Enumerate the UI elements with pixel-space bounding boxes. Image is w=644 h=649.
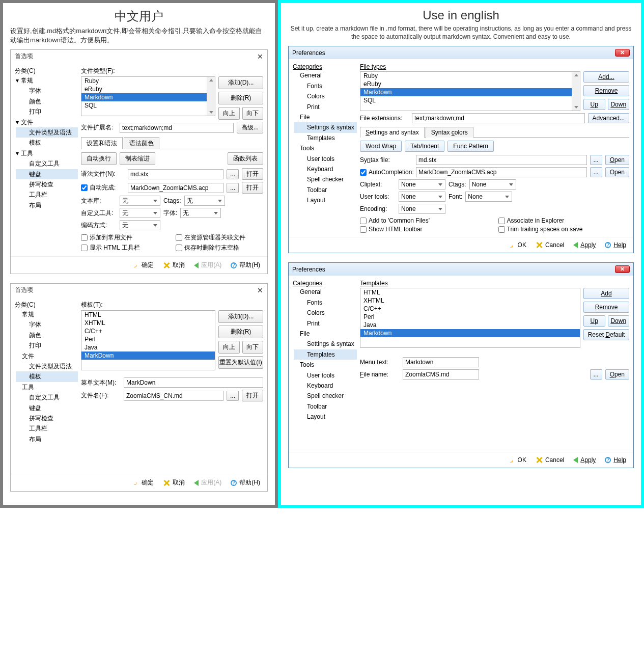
- menu-text-input[interactable]: [124, 377, 263, 388]
- ck-html-toolbar[interactable]: [360, 226, 367, 233]
- ck-common-files[interactable]: [360, 218, 367, 224]
- category-tree[interactable]: General Fonts Colors Print File Settings…: [293, 287, 357, 422]
- add-button[interactable]: Add: [583, 288, 629, 299]
- remove-button[interactable]: 删除(R): [218, 326, 263, 338]
- ck-trim-trailing[interactable]: [498, 226, 505, 233]
- cancel-button[interactable]: 取消: [163, 261, 185, 269]
- usertools-select[interactable]: None: [399, 192, 445, 202]
- category-tree[interactable]: General Fonts Colors Print File Settings…: [293, 70, 357, 205]
- down-button[interactable]: Down: [608, 315, 630, 327]
- file-name-input[interactable]: [403, 369, 479, 380]
- cancel-button[interactable]: Cancel: [536, 241, 564, 249]
- remove-button[interactable]: 删除(R): [218, 92, 263, 104]
- syntax-file-input[interactable]: [128, 169, 223, 179]
- help-button[interactable]: Help: [605, 241, 626, 249]
- autocomplete-checkbox[interactable]: [360, 169, 367, 176]
- templates-list[interactable]: HTML XHTML C/C++ Perl Java MarkDown: [81, 310, 215, 370]
- down-button[interactable]: 向下: [242, 107, 264, 120]
- ok-button[interactable]: 确定: [133, 261, 154, 269]
- cliptext-select[interactable]: None: [399, 179, 445, 190]
- down-button[interactable]: Down: [608, 99, 630, 110]
- file-name-input[interactable]: [124, 391, 223, 401]
- apply-button[interactable]: 应用(A): [194, 261, 221, 269]
- file-types-list[interactable]: Ruby eRuby Markdown SQL: [360, 71, 580, 111]
- open-button[interactable]: 打开: [242, 390, 263, 401]
- ck-associate[interactable]: [498, 218, 505, 224]
- up-button[interactable]: 向上: [218, 341, 240, 354]
- browse-button[interactable]: ...: [227, 391, 239, 401]
- close-icon[interactable]: ✕: [615, 265, 630, 273]
- ok-button[interactable]: 确定: [133, 478, 154, 487]
- menu-text-input[interactable]: [403, 357, 479, 367]
- up-button[interactable]: Up: [583, 315, 605, 327]
- apply-button[interactable]: Apply: [573, 456, 596, 464]
- func-pattern-button[interactable]: 函数列表: [228, 152, 263, 165]
- apply-button[interactable]: Apply: [573, 241, 596, 249]
- ck-associate[interactable]: [176, 234, 182, 241]
- tab-settings-syntax[interactable]: Settings and syntax: [360, 127, 425, 138]
- reset-default-button[interactable]: Reset Default: [583, 329, 629, 340]
- open-button[interactable]: 打开: [242, 168, 263, 180]
- close-icon[interactable]: ✕: [257, 52, 263, 61]
- cancel-button[interactable]: 取消: [163, 478, 185, 487]
- tab-settings-syntax[interactable]: 设置和语法: [81, 137, 123, 149]
- ext-input[interactable]: [412, 113, 585, 123]
- cancel-button[interactable]: Cancel: [536, 456, 564, 464]
- category-tree[interactable]: ▾常规 字体 颜色 打印 ▾文件 文件类型及语法 模板 ▾工具 自定义工具 键盘…: [15, 75, 78, 210]
- help-button[interactable]: Help: [605, 456, 626, 464]
- browse-button[interactable]: ...: [590, 369, 602, 380]
- add-button[interactable]: 添加(D)...: [218, 310, 263, 323]
- ck-trim-trailing[interactable]: [176, 245, 182, 251]
- word-wrap-button[interactable]: Word Wrap: [360, 141, 402, 152]
- close-icon[interactable]: ✕: [615, 49, 630, 57]
- word-wrap-button[interactable]: 自动换行: [81, 152, 117, 165]
- ok-button[interactable]: OK: [509, 241, 526, 249]
- encoding-select[interactable]: 无: [120, 220, 160, 230]
- templates-list[interactable]: HTML XHTML C/C++ Perl Java Markdown: [360, 288, 580, 348]
- remove-button[interactable]: Remove: [583, 85, 629, 96]
- font-select[interactable]: None: [465, 192, 512, 202]
- func-pattern-button[interactable]: Func Pattern: [447, 141, 494, 152]
- apply-button[interactable]: 应用(A): [194, 478, 221, 487]
- tab-syntax-colors[interactable]: Syntax colors: [426, 127, 473, 138]
- encoding-select[interactable]: None: [399, 204, 445, 214]
- help-button[interactable]: 帮助(H): [231, 478, 260, 487]
- ok-button[interactable]: OK: [509, 456, 526, 464]
- file-types-list[interactable]: Ruby eRuby Markdown SQL: [81, 76, 215, 116]
- syntax-file-input[interactable]: [416, 155, 587, 165]
- tab-indent-button[interactable]: 制表缩进: [120, 152, 155, 165]
- open-button[interactable]: Open: [605, 369, 629, 380]
- browse-button[interactable]: ...: [227, 169, 239, 179]
- open-button[interactable]: 打开: [242, 182, 263, 194]
- tab-indent-button[interactable]: Tab/Indent: [405, 141, 444, 152]
- autocomplete-input[interactable]: [416, 167, 587, 177]
- tab-syntax-colors[interactable]: 语法颜色: [124, 137, 159, 149]
- add-button[interactable]: Add...: [583, 71, 629, 83]
- category-tree[interactable]: 常规 字体 颜色 打印 文件 文件类型及语法 模板 工具 自定义工具 键盘 拼写…: [15, 309, 78, 444]
- ck-common-files[interactable]: [81, 234, 88, 241]
- remove-button[interactable]: Remove: [583, 302, 629, 313]
- close-icon[interactable]: ✕: [257, 286, 263, 294]
- usertools-select[interactable]: 无: [120, 208, 160, 218]
- down-button[interactable]: 向下: [242, 341, 264, 354]
- scrollbar[interactable]: [572, 72, 580, 111]
- font-select[interactable]: 无: [180, 208, 221, 218]
- add-button[interactable]: 添加(D)...: [218, 76, 263, 89]
- scrollbar[interactable]: [207, 77, 215, 116]
- advanced-button[interactable]: Advanced...: [588, 113, 629, 123]
- ext-input[interactable]: [120, 123, 234, 133]
- ck-html-toolbar[interactable]: [81, 245, 88, 251]
- ctags-select[interactable]: 无: [184, 196, 225, 206]
- cliptext-select[interactable]: 无: [120, 196, 160, 206]
- advanced-button[interactable]: 高级...: [237, 122, 263, 133]
- up-button[interactable]: Up: [583, 99, 605, 110]
- reset-default-button[interactable]: 重置为默认值(I): [218, 356, 263, 369]
- open-button[interactable]: Open: [605, 167, 629, 177]
- browse-button[interactable]: ...: [227, 183, 239, 193]
- browse-button[interactable]: ...: [590, 167, 602, 177]
- help-button[interactable]: 帮助(H): [231, 261, 260, 269]
- ctags-select[interactable]: None: [469, 179, 516, 190]
- up-button[interactable]: 向上: [218, 107, 240, 120]
- autocomplete-checkbox[interactable]: [81, 184, 88, 191]
- browse-button[interactable]: ...: [590, 155, 602, 165]
